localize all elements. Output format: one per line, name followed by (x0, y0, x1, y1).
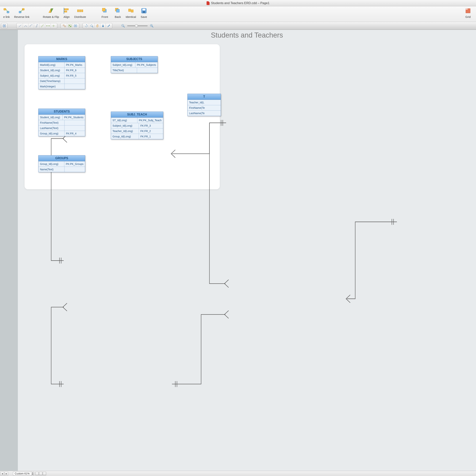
direct-tool[interactable] (45, 23, 51, 28)
front-label: Front (102, 15, 108, 18)
save-button[interactable]: Save (138, 7, 149, 18)
canvas[interactable]: Students and Teachers (18, 30, 476, 471)
workspace: Students and Teachers (0, 30, 476, 471)
rotate-flip-label: Rotate & Flip (43, 15, 59, 18)
svg-marker-6 (49, 9, 51, 13)
curve-tool[interactable] (23, 23, 28, 28)
diagram-title: Students and Teachers (18, 31, 476, 39)
refresh-tool[interactable] (84, 23, 89, 28)
zoom-stepper[interactable] (31, 472, 34, 476)
entity-marks[interactable]: MARKS MarkId(Long)PK:PK_Marks Student_Id… (38, 56, 85, 89)
save-label: Save (141, 15, 147, 18)
entity-subj-teach[interactable]: SUBJ_TEACH ST_Id(Long)PK:PK_Subj_Teach S… (111, 112, 163, 139)
svg-line-5 (20, 9, 23, 12)
svg-rect-39 (75, 25, 76, 26)
reverse-link-button[interactable]: Reverse link (14, 7, 30, 18)
entity-students[interactable]: STUDENTS Student_Id(Long)PK:PK_Students … (38, 109, 85, 136)
zoom-slider[interactable] (127, 25, 148, 26)
svg-rect-24 (466, 9, 468, 10)
zoom-level[interactable]: Custom 61% (13, 472, 31, 476)
entity-subj-teach-header: SUBJ_TEACH (111, 112, 163, 118)
grid-label: Grid (465, 15, 471, 18)
svg-rect-12 (79, 10, 81, 12)
zoom-in-icon[interactable] (150, 24, 153, 28)
search-tool[interactable] (89, 23, 95, 28)
svg-rect-18 (128, 9, 131, 12)
window-title: Students and Teachers ERD.cdd – Page1 (211, 1, 270, 5)
svg-rect-15 (102, 8, 105, 11)
zoom-level-label: Custom 61% (15, 472, 30, 475)
scroll-right-icon[interactable]: ▸ (4, 472, 8, 476)
svg-point-43 (103, 25, 103, 25)
link-button[interactable]: e link (1, 7, 12, 18)
view-mode-1[interactable] (35, 472, 39, 475)
scroll-left-icon[interactable]: ◂ (0, 472, 4, 476)
distribute-button[interactable]: Distribute (74, 7, 86, 18)
status-bar: ◂ ▸ Custom 61% (0, 471, 476, 476)
view-mode-3[interactable] (43, 472, 46, 475)
link-label: e link (3, 15, 10, 18)
elbow-tool[interactable] (34, 23, 40, 28)
svg-point-30 (49, 25, 50, 26)
svg-line-53 (152, 26, 153, 27)
container-tool[interactable] (73, 23, 78, 28)
grid-button[interactable]: Grid (463, 7, 473, 18)
align-button[interactable]: Align (61, 7, 72, 18)
document-icon (206, 1, 210, 5)
svg-rect-21 (142, 9, 145, 10)
svg-marker-7 (51, 9, 53, 13)
svg-rect-44 (102, 26, 103, 27)
group-tools[interactable] (61, 23, 79, 29)
svg-rect-11 (77, 10, 79, 12)
entity-students-header: STUDENTS (38, 109, 85, 115)
ungroup-tool[interactable] (62, 23, 67, 28)
entity-groups-header: GROUPS (38, 155, 85, 161)
back-label: Back (115, 15, 121, 18)
presenter-tool[interactable] (100, 23, 106, 28)
svg-point-46 (109, 25, 110, 25)
zoom-out-icon[interactable] (121, 24, 125, 28)
group-tool[interactable] (67, 23, 73, 28)
front-button[interactable]: Front (100, 7, 110, 18)
entity-subjects[interactable]: SUBJECTS Subject_Id(Long)PK:PK_Subjects … (111, 56, 158, 73)
svg-line-49 (123, 26, 125, 27)
entity-teachers[interactable]: T Teacher_Id(L FirstName(Te LastName(Te (187, 94, 221, 116)
ribbon-toolbar: e link Reverse link Rotate & Flip Align … (0, 6, 476, 22)
svg-line-27 (19, 25, 21, 27)
svg-rect-8 (64, 9, 68, 10)
selection-tool[interactable] (1, 23, 7, 29)
svg-rect-36 (69, 25, 70, 26)
svg-rect-33 (63, 25, 64, 26)
branch-tool[interactable] (51, 23, 56, 28)
line-tool[interactable] (17, 23, 23, 28)
distribute-label: Distribute (74, 15, 86, 18)
entity-groups[interactable]: GROUPS Group_Id(Long)PK:PK_Groups Name(T… (38, 155, 85, 172)
eyedropper-tool[interactable] (106, 23, 111, 28)
rotate-flip-button[interactable]: Rotate & Flip (43, 7, 59, 18)
identical-button[interactable]: Identical (125, 7, 136, 18)
entity-teachers-header: T (187, 94, 221, 100)
view-tools[interactable] (83, 23, 112, 29)
svg-rect-37 (70, 26, 71, 27)
svg-line-42 (92, 26, 93, 27)
zoom-controls (121, 24, 153, 28)
reverse-link-label: Reverse link (14, 15, 30, 18)
align-label: Align (64, 15, 70, 18)
svg-point-29 (46, 25, 47, 26)
svg-line-45 (108, 25, 110, 27)
svg-rect-13 (82, 10, 83, 12)
connector-tools[interactable] (16, 23, 57, 29)
pan-tool[interactable] (95, 23, 100, 28)
view-mode-2[interactable] (39, 472, 42, 475)
entity-subjects-header: SUBJECTS (111, 56, 157, 62)
window-titlebar: Students and Teachers ERD.cdd – Page1 (0, 0, 476, 6)
identical-label: Identical (126, 15, 136, 18)
svg-rect-17 (116, 9, 119, 12)
tool-row (0, 22, 476, 30)
svg-rect-9 (64, 11, 67, 12)
back-button[interactable]: Back (113, 7, 123, 18)
svg-rect-22 (143, 11, 145, 13)
multi-elbow-tool[interactable] (40, 23, 45, 28)
arc-tool[interactable] (28, 23, 34, 28)
entity-marks-header: MARKS (38, 56, 85, 62)
